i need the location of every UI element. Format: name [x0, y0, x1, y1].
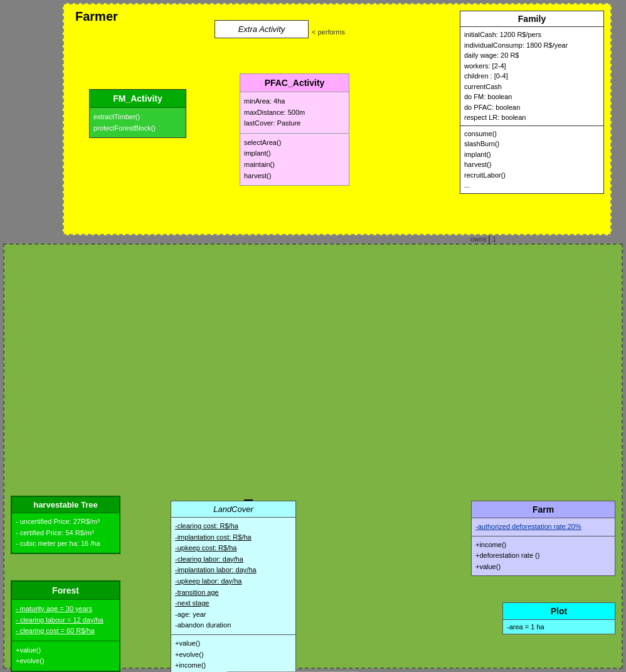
- svg-text:owns: owns: [470, 235, 487, 243]
- farm-box-header: Farm: [472, 501, 615, 518]
- forest-box: Forest - maturity age = 30 years - clear…: [11, 580, 120, 672]
- pfac-activity-attrs: minArea: 4ha maxDistance: 500m lastCover…: [240, 92, 349, 134]
- landcover-methods: +value() +evolve() +income() +cost(): [171, 635, 295, 672]
- pfac-activity-box: PFAC_Activity minArea: 4ha maxDistance: …: [240, 73, 349, 186]
- extra-activity-label: Extra Activity: [238, 24, 285, 34]
- family-method-3: implant(): [464, 149, 600, 160]
- lc-attr-2: -implantation cost: R$/ha: [175, 532, 292, 543]
- harvestable-tree-box: harvestable Tree - uncertified Price: 27…: [11, 496, 120, 554]
- svg-text:1: 1: [492, 235, 496, 243]
- pfac-method-1: selectArea(): [244, 137, 345, 149]
- lc-attr-8: -next stage: [175, 598, 292, 609]
- lc-attr-3: -upkeep cost: R$/ha: [175, 543, 292, 554]
- pfac-activity-methods: selectArea() implant() maintain() harves…: [240, 134, 349, 185]
- farm-property-box: Farm -authorized deforestation rate:20% …: [471, 501, 615, 576]
- forest-method-2: +evolve(): [16, 656, 115, 667]
- family-attr-1: initialCash: 1200 R$/pers: [464, 29, 600, 40]
- forest-attr-3: - clearing cost = 60 R$/ha: [16, 626, 115, 637]
- family-attr-2: individualConsump: 1800 R$/year: [464, 40, 600, 51]
- pfac-attr-2: maxDistance: 500m: [244, 107, 345, 119]
- lc-method-3: +income(): [175, 660, 292, 671]
- lc-attr-1: -clearing cost: R$/ha: [175, 521, 292, 532]
- extra-activity-box: Extra Activity: [215, 20, 309, 38]
- family-attr-7: do FM: boolean: [464, 92, 600, 102]
- forest-methods: +value() +evolve(): [12, 641, 119, 671]
- farm-box-methods: +income() +deforestation rate () +value(…: [472, 536, 615, 576]
- family-attr-3: daily wage: 20 R$: [464, 50, 600, 61]
- harvestable-tree-attrs: - uncertified Price: 27R$/m³ - certified…: [12, 513, 119, 553]
- pfac-method-3: maintain(): [244, 159, 345, 171]
- plot-header: Plot: [503, 603, 615, 620]
- ht-attr-1: - uncertified Price: 27R$/m³: [16, 516, 115, 528]
- family-method-2: slashBurn(): [464, 139, 600, 149]
- family-attr-9: respect LR: boolean: [464, 112, 600, 123]
- pfac-method-2: implant(): [244, 148, 345, 159]
- pfac-attr-1: minArea: 4ha: [244, 96, 345, 107]
- plot-attrs: -area = 1 ha: [503, 620, 615, 634]
- lc-attr-9: -age: year: [175, 609, 292, 621]
- fm-activity-header: FM_Activity: [90, 90, 186, 108]
- family-box: Family initialCash: 1200 R$/pers individ…: [460, 11, 604, 194]
- fm-method-1: extractTimber(): [93, 112, 182, 123]
- forest-header: Forest: [12, 582, 119, 600]
- lc-attr-5: -implantation labor: day/ha: [175, 565, 292, 576]
- forest-method-1: +value(): [16, 645, 115, 656]
- family-header: Family: [460, 11, 603, 27]
- lc-attr-4: -clearing labor: day/ha: [175, 554, 292, 565]
- pfac-attr-3: lastCover: Pasture: [244, 118, 345, 129]
- family-attr-5: children : [0-4]: [464, 71, 600, 82]
- performs-label: < performs: [312, 28, 345, 36]
- landcover-header: LandCover: [171, 501, 295, 518]
- farm-attr-1: -authorized deforestation rate:20%: [475, 521, 611, 533]
- pfac-method-4: harvest(): [244, 171, 345, 182]
- ht-attr-2: - certified Price: 54 R$/m³: [16, 528, 115, 539]
- family-method-6: ...: [464, 180, 600, 191]
- farmer-label: Farmer: [75, 9, 118, 24]
- landcover-attrs: -clearing cost: R$/ha -implantation cost…: [171, 518, 295, 635]
- fm-activity-methods: extractTimber() protectForestBlock(): [90, 108, 186, 137]
- fm-activity-box: FM_Activity extractTimber() protectFores…: [89, 89, 186, 138]
- family-method-1: consume(): [464, 129, 600, 139]
- family-method-4: harvest(): [464, 159, 600, 170]
- harvestable-tree-header: harvestable Tree: [12, 497, 119, 513]
- fm-method-2: protectForestBlock(): [93, 123, 182, 134]
- forest-attr-1: - maturity age = 30 years: [16, 604, 115, 615]
- farm-method-1: +income(): [475, 540, 611, 551]
- farm-box-attrs: -authorized deforestation rate:20%: [472, 518, 615, 536]
- lc-attr-6: -upkeep labor: day/ha: [175, 576, 292, 587]
- pfac-activity-header: PFAC_Activity: [240, 74, 349, 92]
- lc-method-2: +evolve(): [175, 649, 292, 661]
- family-methods: consume() slashBurn() implant() harvest(…: [460, 126, 603, 193]
- family-attr-4: workers: [2-4]: [464, 61, 600, 72]
- lc-attr-7: -transition age: [175, 587, 292, 599]
- plot-box: Plot -area = 1 ha: [502, 602, 615, 634]
- lc-attr-10: -abandon duration: [175, 620, 292, 631]
- family-attr-6: currentCash: [464, 82, 600, 92]
- family-attr-8: do PFAC: boolean: [464, 102, 600, 113]
- farm-method-3: +value(): [475, 562, 611, 573]
- family-attrs: initialCash: 1200 R$/pers individualCons…: [460, 27, 603, 126]
- plot-attr-1: -area = 1 ha: [507, 623, 611, 631]
- family-method-5: recruitLabor(): [464, 170, 600, 181]
- farm-method-2: +deforestation rate (): [475, 550, 611, 562]
- forest-attrs: - maturity age = 30 years - clearing lab…: [12, 600, 119, 641]
- farm-section: Farm harvestable Tree - uncertified Pric…: [3, 243, 623, 669]
- farmer-section: Farmer Extra Activity < performs FM_Acti…: [63, 3, 612, 235]
- lc-method-1: +value(): [175, 638, 292, 649]
- forest-attr-2: - clearing labour = 12 day/ha: [16, 615, 115, 626]
- ht-attr-3: - cubic meter per ha: 16 /ha: [16, 538, 115, 550]
- landcover-box: LandCover -clearing cost: R$/ha -implant…: [171, 501, 296, 672]
